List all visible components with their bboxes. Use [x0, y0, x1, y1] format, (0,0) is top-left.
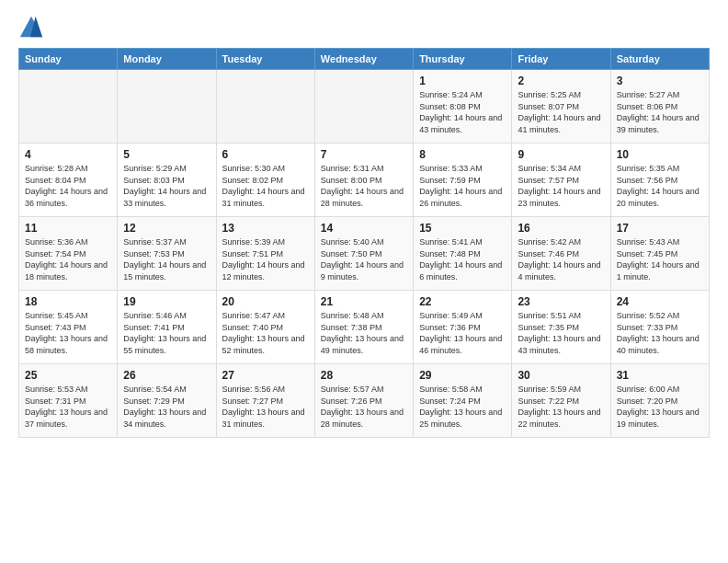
calendar-cell: 18Sunrise: 5:45 AM Sunset: 7:43 PM Dayli…	[19, 291, 118, 364]
weekday-header-wednesday: Wednesday	[314, 49, 413, 70]
day-number: 22	[419, 295, 506, 308]
weekday-header-tuesday: Tuesday	[216, 49, 314, 70]
calendar-cell: 30Sunrise: 5:59 AM Sunset: 7:22 PM Dayli…	[512, 364, 610, 438]
calendar-week-2: 4Sunrise: 5:28 AM Sunset: 8:04 PM Daylig…	[19, 144, 710, 217]
day-number: 10	[617, 148, 703, 161]
day-info: Sunrise: 5:49 AM Sunset: 7:36 PM Dayligh…	[419, 310, 506, 356]
weekday-header-monday: Monday	[118, 49, 216, 70]
day-info: Sunrise: 6:00 AM Sunset: 7:20 PM Dayligh…	[617, 384, 703, 430]
calendar-cell: 5Sunrise: 5:29 AM Sunset: 8:03 PM Daylig…	[118, 144, 216, 217]
calendar-cell	[216, 70, 314, 144]
day-number: 7	[321, 148, 407, 161]
calendar-cell: 27Sunrise: 5:56 AM Sunset: 7:27 PM Dayli…	[216, 364, 314, 438]
day-number: 25	[25, 369, 111, 382]
weekday-header-thursday: Thursday	[414, 49, 512, 70]
calendar-cell: 26Sunrise: 5:54 AM Sunset: 7:29 PM Dayli…	[118, 364, 216, 438]
day-info: Sunrise: 5:28 AM Sunset: 8:04 PM Dayligh…	[25, 163, 111, 209]
calendar-week-1: 1Sunrise: 5:24 AM Sunset: 8:08 PM Daylig…	[19, 70, 710, 144]
day-number: 15	[419, 222, 506, 235]
weekday-header-saturday: Saturday	[610, 49, 709, 70]
day-info: Sunrise: 5:24 AM Sunset: 8:08 PM Dayligh…	[419, 89, 506, 135]
calendar-cell: 8Sunrise: 5:33 AM Sunset: 7:59 PM Daylig…	[414, 144, 512, 217]
day-number: 27	[222, 369, 309, 382]
day-info: Sunrise: 5:52 AM Sunset: 7:33 PM Dayligh…	[617, 310, 703, 356]
day-number: 24	[617, 295, 703, 308]
day-number: 6	[222, 148, 309, 161]
calendar-cell: 10Sunrise: 5:35 AM Sunset: 7:56 PM Dayli…	[610, 144, 709, 217]
day-info: Sunrise: 5:25 AM Sunset: 8:07 PM Dayligh…	[518, 89, 604, 135]
day-number: 16	[518, 222, 604, 235]
day-number: 11	[25, 222, 111, 235]
day-info: Sunrise: 5:48 AM Sunset: 7:38 PM Dayligh…	[321, 310, 407, 356]
weekday-header-sunday: Sunday	[19, 49, 118, 70]
day-info: Sunrise: 5:53 AM Sunset: 7:31 PM Dayligh…	[25, 384, 111, 430]
day-number: 18	[25, 295, 111, 308]
calendar-cell: 28Sunrise: 5:57 AM Sunset: 7:26 PM Dayli…	[314, 364, 413, 438]
calendar-week-4: 18Sunrise: 5:45 AM Sunset: 7:43 PM Dayli…	[19, 291, 710, 364]
day-number: 12	[123, 222, 210, 235]
calendar-cell: 11Sunrise: 5:36 AM Sunset: 7:54 PM Dayli…	[19, 217, 118, 291]
day-info: Sunrise: 5:42 AM Sunset: 7:46 PM Dayligh…	[518, 236, 604, 282]
day-info: Sunrise: 5:29 AM Sunset: 8:03 PM Dayligh…	[123, 163, 210, 209]
day-info: Sunrise: 5:35 AM Sunset: 7:56 PM Dayligh…	[617, 163, 703, 209]
calendar-table: SundayMondayTuesdayWednesdayThursdayFrid…	[18, 48, 710, 438]
calendar-cell: 16Sunrise: 5:42 AM Sunset: 7:46 PM Dayli…	[512, 217, 610, 291]
calendar-cell: 22Sunrise: 5:49 AM Sunset: 7:36 PM Dayli…	[414, 291, 512, 364]
day-info: Sunrise: 5:31 AM Sunset: 8:00 PM Dayligh…	[321, 163, 407, 209]
calendar-cell: 17Sunrise: 5:43 AM Sunset: 7:45 PM Dayli…	[610, 217, 709, 291]
day-info: Sunrise: 5:30 AM Sunset: 8:02 PM Dayligh…	[222, 163, 309, 209]
day-number: 1	[419, 75, 506, 87]
header	[18, 15, 710, 40]
logo-icon	[18, 15, 44, 40]
day-number: 17	[617, 222, 703, 235]
calendar-cell: 7Sunrise: 5:31 AM Sunset: 8:00 PM Daylig…	[314, 144, 413, 217]
calendar-cell: 2Sunrise: 5:25 AM Sunset: 8:07 PM Daylig…	[512, 70, 610, 144]
calendar-cell: 15Sunrise: 5:41 AM Sunset: 7:48 PM Dayli…	[414, 217, 512, 291]
day-info: Sunrise: 5:39 AM Sunset: 7:51 PM Dayligh…	[222, 236, 309, 282]
calendar-cell: 14Sunrise: 5:40 AM Sunset: 7:50 PM Dayli…	[314, 217, 413, 291]
day-number: 29	[419, 369, 506, 382]
calendar-cell: 24Sunrise: 5:52 AM Sunset: 7:33 PM Dayli…	[610, 291, 709, 364]
calendar-cell: 21Sunrise: 5:48 AM Sunset: 7:38 PM Dayli…	[314, 291, 413, 364]
calendar-cell: 12Sunrise: 5:37 AM Sunset: 7:53 PM Dayli…	[118, 217, 216, 291]
calendar-header-row: SundayMondayTuesdayWednesdayThursdayFrid…	[19, 49, 710, 70]
day-number: 2	[518, 75, 604, 87]
day-info: Sunrise: 5:45 AM Sunset: 7:43 PM Dayligh…	[25, 310, 111, 356]
calendar-cell: 4Sunrise: 5:28 AM Sunset: 8:04 PM Daylig…	[19, 144, 118, 217]
day-number: 8	[419, 148, 506, 161]
day-number: 28	[321, 369, 407, 382]
day-info: Sunrise: 5:59 AM Sunset: 7:22 PM Dayligh…	[518, 384, 604, 430]
day-number: 19	[123, 295, 210, 308]
day-number: 4	[25, 148, 111, 161]
day-number: 26	[123, 369, 210, 382]
calendar-week-5: 25Sunrise: 5:53 AM Sunset: 7:31 PM Dayli…	[19, 364, 710, 438]
calendar-week-3: 11Sunrise: 5:36 AM Sunset: 7:54 PM Dayli…	[19, 217, 710, 291]
calendar-cell: 6Sunrise: 5:30 AM Sunset: 8:02 PM Daylig…	[216, 144, 314, 217]
day-number: 5	[123, 148, 210, 161]
day-number: 9	[518, 148, 604, 161]
calendar-cell: 3Sunrise: 5:27 AM Sunset: 8:06 PM Daylig…	[610, 70, 709, 144]
day-number: 13	[222, 222, 309, 235]
day-info: Sunrise: 5:36 AM Sunset: 7:54 PM Dayligh…	[25, 236, 111, 282]
day-info: Sunrise: 5:47 AM Sunset: 7:40 PM Dayligh…	[222, 310, 309, 356]
calendar-cell: 19Sunrise: 5:46 AM Sunset: 7:41 PM Dayli…	[118, 291, 216, 364]
day-info: Sunrise: 5:43 AM Sunset: 7:45 PM Dayligh…	[617, 236, 703, 282]
day-info: Sunrise: 5:27 AM Sunset: 8:06 PM Dayligh…	[617, 89, 703, 135]
day-number: 23	[518, 295, 604, 308]
day-info: Sunrise: 5:41 AM Sunset: 7:48 PM Dayligh…	[419, 236, 506, 282]
day-number: 3	[617, 75, 703, 87]
calendar-cell: 1Sunrise: 5:24 AM Sunset: 8:08 PM Daylig…	[414, 70, 512, 144]
page: SundayMondayTuesdayWednesdayThursdayFrid…	[0, 0, 728, 563]
day-info: Sunrise: 5:46 AM Sunset: 7:41 PM Dayligh…	[123, 310, 210, 356]
calendar-cell: 29Sunrise: 5:58 AM Sunset: 7:24 PM Dayli…	[414, 364, 512, 438]
day-info: Sunrise: 5:54 AM Sunset: 7:29 PM Dayligh…	[123, 384, 210, 430]
day-info: Sunrise: 5:37 AM Sunset: 7:53 PM Dayligh…	[123, 236, 210, 282]
day-number: 14	[321, 222, 407, 235]
logo	[18, 15, 48, 40]
day-number: 31	[617, 369, 703, 382]
weekday-header-friday: Friday	[512, 49, 610, 70]
calendar-cell: 20Sunrise: 5:47 AM Sunset: 7:40 PM Dayli…	[216, 291, 314, 364]
day-info: Sunrise: 5:34 AM Sunset: 7:57 PM Dayligh…	[518, 163, 604, 209]
day-info: Sunrise: 5:57 AM Sunset: 7:26 PM Dayligh…	[321, 384, 407, 430]
day-info: Sunrise: 5:40 AM Sunset: 7:50 PM Dayligh…	[321, 236, 407, 282]
